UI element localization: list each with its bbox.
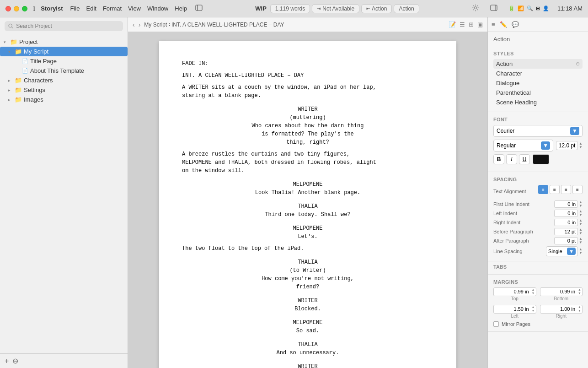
- italic-button[interactable]: I: [506, 154, 517, 164]
- line-spacing-arrow[interactable]: ▼: [567, 248, 576, 255]
- first-line-indent-row: First Line Indent 0 in ▲ ▼: [493, 200, 583, 208]
- margin-left-up[interactable]: ▲: [531, 305, 536, 309]
- add-item-button[interactable]: +: [5, 357, 9, 365]
- margins-section-title: Margins: [493, 279, 583, 285]
- lines-icon[interactable]: ≡: [492, 21, 495, 28]
- margin-top-input[interactable]: 0.99 in ▲ ▼: [493, 287, 536, 296]
- grid-icon[interactable]: ⊞: [469, 21, 474, 28]
- delete-item-button[interactable]: ⊖: [12, 357, 18, 365]
- app-name: Storyist: [41, 5, 63, 12]
- pen-icon[interactable]: ✏️: [500, 21, 507, 28]
- margin-bottom-down[interactable]: ▼: [577, 292, 582, 295]
- color-swatch[interactable]: [533, 154, 549, 164]
- menu-edit[interactable]: Edit: [86, 5, 96, 12]
- search-input-wrap[interactable]: [5, 21, 123, 31]
- margin-right-down[interactable]: ▼: [577, 309, 582, 313]
- left-indent-arrows[interactable]: ▲ ▼: [579, 210, 583, 217]
- panel-icon[interactable]: ▣: [477, 21, 483, 28]
- fade-in: FADE IN:: [182, 60, 433, 68]
- margin-top-down[interactable]: ▼: [531, 292, 536, 295]
- sidebar-item-project[interactable]: ▾ 📁 Project: [0, 37, 128, 47]
- font-size-arrows[interactable]: ▲ ▼: [579, 142, 583, 149]
- right-indent-arrows[interactable]: ▲ ▼: [579, 219, 583, 226]
- nav-back-button[interactable]: ‹: [133, 21, 135, 28]
- align-center-button[interactable]: ≡: [550, 185, 560, 194]
- font-weight-select[interactable]: Regular ▼: [493, 140, 553, 152]
- align-left-button[interactable]: ≡: [538, 185, 548, 194]
- user-icon[interactable]: 👤: [543, 5, 549, 11]
- style-character[interactable]: Character: [493, 69, 583, 78]
- after-para-value[interactable]: 0 pt: [554, 237, 578, 244]
- battery-area: 🔋 📶 🔍 ⊞ 👤: [508, 5, 549, 11]
- margin-left-down[interactable]: ▼: [531, 309, 536, 313]
- before-para-arrows[interactable]: ▲ ▼: [579, 228, 583, 235]
- margin-top-up[interactable]: ▲: [531, 288, 536, 292]
- margin-right-input[interactable]: 1.00 in ▲ ▼: [540, 305, 583, 314]
- sidebar-item-images[interactable]: ▸ 📁 Images: [0, 95, 128, 104]
- dialogue-3: Third one today. Shall we?: [209, 211, 406, 219]
- remove-style-icon[interactable]: ⊖: [576, 61, 580, 67]
- mirror-pages-checkbox[interactable]: [493, 321, 499, 327]
- document-icon[interactable]: 📝: [449, 21, 456, 28]
- minimize-button[interactable]: [14, 6, 19, 11]
- font-size-spinner[interactable]: 12.0 pt ▲ ▼: [556, 141, 583, 150]
- weight-dropdown-arrow[interactable]: ▼: [541, 141, 550, 150]
- sidebar: ▾ 📁 Project ▾ 📁 My Script ▾ 📄 Title Page…: [0, 17, 128, 368]
- close-button[interactable]: [5, 6, 11, 11]
- font-size-input[interactable]: 12.0 pt: [556, 141, 578, 150]
- panel-toggle-button[interactable]: [490, 4, 497, 13]
- first-line-indent-value[interactable]: 0 in: [554, 200, 578, 208]
- align-right-button[interactable]: ≡: [561, 185, 571, 194]
- wifi-icon: 📶: [518, 5, 524, 11]
- sidebar-item-label: Project: [19, 38, 37, 45]
- before-para-value[interactable]: 12 pt: [554, 228, 578, 235]
- fullscreen-button[interactable]: [22, 6, 27, 11]
- font-dropdown-arrow[interactable]: ▼: [570, 127, 579, 135]
- sidebar-item-title-page[interactable]: ▾ 📄 Title Page: [0, 56, 128, 66]
- right-indent-value[interactable]: 0 in: [554, 219, 578, 226]
- align-justify-button[interactable]: ≡: [572, 185, 583, 194]
- sidebar-item-my-script[interactable]: ▾ 📁 My Script: [0, 47, 128, 56]
- search-input[interactable]: [16, 23, 119, 29]
- font-size-down-arrow[interactable]: ▼: [579, 146, 583, 149]
- menu-window[interactable]: Window: [147, 5, 168, 12]
- style-parenthetical[interactable]: Parenthetical: [493, 88, 583, 97]
- margin-bottom-field: 0.99 in ▲ ▼ Bottom: [540, 287, 583, 301]
- margin-bottom-up[interactable]: ▲: [577, 288, 582, 292]
- margin-right-up[interactable]: ▲: [577, 305, 582, 309]
- sidebar-item-settings[interactable]: ▸ 📁 Settings: [0, 85, 128, 95]
- svg-rect-3: [491, 5, 497, 11]
- search-icon: [8, 23, 13, 29]
- sidebar-item-label: Images: [24, 96, 43, 103]
- font-name-select[interactable]: Courier ▼: [493, 125, 583, 137]
- left-indent-value[interactable]: 0 in: [554, 210, 578, 217]
- dialogue-1: Who cares about how the darn thing is fo…: [209, 122, 406, 146]
- underline-button[interactable]: U: [519, 154, 530, 164]
- character-1: WRITER: [182, 105, 433, 114]
- menu-view[interactable]: View: [128, 5, 141, 12]
- settings-icon[interactable]: [472, 4, 479, 13]
- style-dialogue[interactable]: Dialogue: [493, 78, 583, 88]
- first-line-indent-arrows[interactable]: ▲ ▼: [579, 200, 583, 208]
- after-para-arrows[interactable]: ▲ ▼: [579, 237, 583, 244]
- nav-forward-button[interactable]: ›: [139, 21, 141, 28]
- sidebar-toggle-button[interactable]: [195, 4, 203, 13]
- list-icon[interactable]: ☰: [460, 21, 465, 28]
- style-action[interactable]: Action ⊖: [493, 59, 583, 69]
- search-icon[interactable]: 🔍: [527, 5, 533, 11]
- control-center-icon[interactable]: ⊞: [536, 5, 540, 11]
- wip-title: WIP: [255, 5, 267, 12]
- menu-format[interactable]: Format: [103, 5, 122, 12]
- bold-button[interactable]: B: [493, 154, 504, 164]
- menu-help[interactable]: Help: [175, 5, 187, 12]
- line-spacing-select[interactable]: Single ▼: [546, 246, 578, 256]
- script-editor[interactable]: FADE IN: INT. A CLEAN WELL-LIGHTED PLACE…: [128, 32, 487, 368]
- menu-file[interactable]: File: [70, 5, 80, 12]
- style-scene-heading[interactable]: Scene Heading: [493, 97, 583, 107]
- margin-left-input[interactable]: 1.50 in ▲ ▼: [493, 305, 536, 314]
- sidebar-item-about-template[interactable]: ▾ 📄 About This Template: [0, 66, 128, 76]
- comment-icon[interactable]: 💬: [512, 21, 519, 28]
- sidebar-item-characters[interactable]: ▸ 📁 Characters: [0, 76, 128, 85]
- margin-bottom-input[interactable]: 0.99 in ▲ ▼: [540, 287, 583, 296]
- font-weight-row: Regular ▼ 12.0 pt ▲ ▼: [493, 140, 583, 152]
